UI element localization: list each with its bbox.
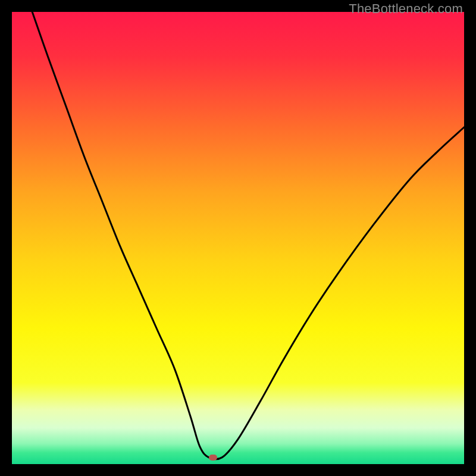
plot-area xyxy=(12,12,464,464)
chart-frame: TheBottleneck.com xyxy=(0,0,476,476)
watermark-text: TheBottleneck.com xyxy=(349,1,463,17)
config-marker xyxy=(209,455,217,461)
bottleneck-curve xyxy=(12,12,464,464)
